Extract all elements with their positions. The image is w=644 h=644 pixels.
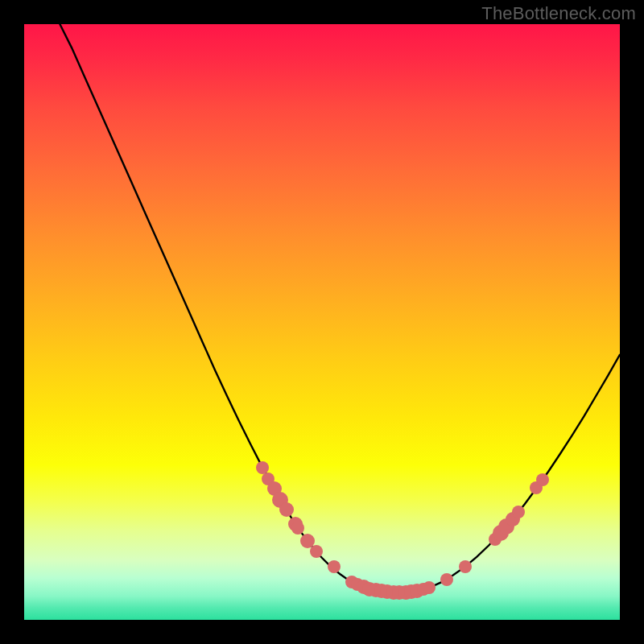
curve-marker	[279, 502, 294, 517]
curve-marker	[459, 560, 472, 573]
bottleneck-curve	[60, 24, 620, 592]
curve-marker	[310, 545, 323, 558]
curve-marker	[423, 581, 436, 594]
curve-marker	[536, 473, 549, 486]
watermark-label: TheBottleneck.com	[481, 3, 636, 24]
chart-frame: TheBottleneck.com	[0, 0, 644, 644]
curve-marker	[440, 573, 453, 586]
curve-marker	[291, 522, 304, 535]
plot-area	[24, 24, 620, 620]
curve-layer	[24, 24, 620, 620]
curve-marker	[328, 560, 341, 573]
curve-marker	[512, 506, 525, 518]
